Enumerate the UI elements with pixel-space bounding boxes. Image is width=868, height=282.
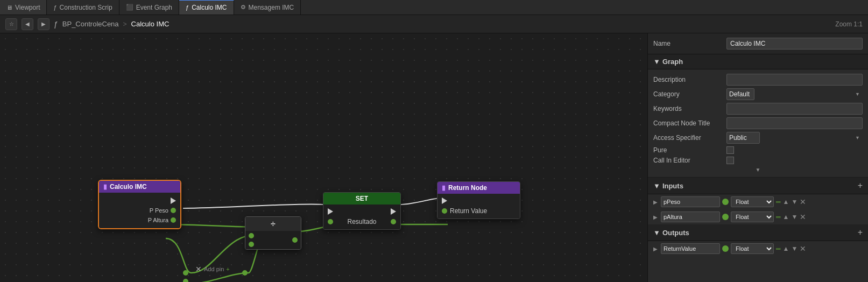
- tab-mensagem-imc[interactable]: ⚙ Mensagem IMC: [234, 0, 301, 15]
- return-body: Return Value: [437, 194, 520, 218]
- name-input[interactable]: [726, 38, 863, 50]
- paltura-expand[interactable]: ▶: [653, 214, 658, 220]
- set-resultado-out[interactable]: [391, 219, 396, 224]
- set-resultado-label: Resultado: [347, 218, 376, 225]
- node-set[interactable]: SET Resultado: [323, 192, 401, 230]
- return-exec-in[interactable]: [442, 198, 447, 204]
- paltura-move-down[interactable]: ▼: [791, 213, 798, 221]
- pure-checkbox[interactable]: [726, 146, 734, 154]
- returnvalue-delete[interactable]: ✕: [800, 244, 806, 253]
- tab-event-graph[interactable]: ⬛ Event Graph: [119, 0, 179, 15]
- graph-collapse-arrow: ▼: [653, 58, 660, 66]
- divide-body: [245, 231, 301, 249]
- divide-input-a[interactable]: [249, 233, 254, 238]
- category-select[interactable]: Default Custom: [726, 88, 754, 100]
- divide-input-b[interactable]: [249, 242, 254, 247]
- category-label: Category: [653, 90, 723, 98]
- add-pin-plus-icon[interactable]: +: [226, 266, 229, 272]
- tab-construction-script[interactable]: ƒ Construction Scrip: [47, 0, 119, 15]
- breadcrumb-current: Calculo IMC: [131, 20, 170, 28]
- connector-dot-2[interactable]: [183, 279, 188, 282]
- returnvalue-name-input[interactable]: [661, 243, 720, 254]
- paltura-delete[interactable]: ✕: [800, 213, 806, 221]
- set-title: SET: [356, 195, 368, 202]
- ppeso-move-down[interactable]: ▼: [791, 198, 798, 206]
- return-value-pin[interactable]: [442, 208, 447, 214]
- node-return[interactable]: ▮ Return Node Return Value: [437, 181, 520, 219]
- add-input-button[interactable]: +: [858, 181, 863, 191]
- connector-dots-left: [183, 270, 188, 282]
- divide-output[interactable]: [292, 237, 298, 243]
- right-panel: Name ▼ Graph Description Category Defaul…: [647, 33, 868, 282]
- set-exec-in[interactable]: [328, 208, 333, 215]
- data-connection-bottom2: [191, 273, 249, 282]
- returnvalue-expand[interactable]: ▶: [653, 246, 658, 252]
- keywords-input[interactable]: [726, 103, 863, 115]
- ppeso-move-up[interactable]: ▲: [783, 198, 789, 206]
- connections-svg: [0, 33, 647, 282]
- returnvalue-type-select[interactable]: Float: [731, 243, 774, 254]
- returnvalue-move-down[interactable]: ▼: [791, 245, 798, 252]
- node-return-header: ▮ Return Node: [437, 182, 520, 194]
- expand-icon[interactable]: ▼: [756, 167, 761, 173]
- connector-dot-3[interactable]: [242, 270, 248, 276]
- node-divide[interactable]: ÷: [245, 216, 301, 250]
- forward-button[interactable]: ▶: [38, 18, 50, 30]
- add-pin-x-icon[interactable]: ✕: [195, 265, 202, 273]
- set-exec-out[interactable]: [391, 208, 396, 215]
- call-in-editor-label: Call In Editor: [653, 157, 723, 164]
- inputs-section-label: Inputs: [662, 182, 683, 190]
- add-pin-label[interactable]: Add pin: [204, 266, 224, 272]
- tab-viewport-label: Viewport: [15, 4, 40, 11]
- pin-row-p-altura: P Altura: [99, 215, 180, 225]
- access-specifier-label: Access Specifier: [653, 134, 723, 142]
- compact-node-title-row: Compact Node Title: [653, 117, 863, 129]
- tab-viewport[interactable]: 🖥 Viewport: [0, 0, 47, 15]
- viewport-icon: 🖥: [6, 4, 12, 11]
- tab-calculo-imc-label: Calculo IMC: [192, 4, 227, 11]
- add-output-button[interactable]: +: [858, 228, 863, 237]
- compact-node-title-input[interactable]: [726, 117, 863, 129]
- pin-p-altura-label: P Altura: [148, 217, 168, 223]
- outputs-section-header[interactable]: ▼ Outputs +: [648, 224, 868, 241]
- keywords-label: Keywords: [653, 105, 723, 112]
- ppeso-type-select[interactable]: Float: [731, 196, 774, 207]
- return-exec-row: [437, 196, 520, 206]
- inputs-collapse-arrow: ▼: [653, 182, 660, 190]
- exec-out-pin-row: [99, 196, 180, 206]
- pin-p-altura-dot[interactable]: [171, 217, 176, 223]
- paltura-name-input[interactable]: [661, 211, 720, 222]
- return-value-row: Return Value: [437, 206, 520, 216]
- ppeso-type-dot: [722, 199, 729, 205]
- paltura-move-up[interactable]: ▲: [783, 213, 789, 221]
- calculo-imc-body: P Peso P Altura: [99, 193, 180, 228]
- graph-section-header[interactable]: ▼ Graph: [648, 54, 868, 69]
- calculo-imc-icon: ƒ: [186, 4, 189, 11]
- set-resultado-in[interactable]: [328, 219, 333, 224]
- inputs-section-header[interactable]: ▼ Inputs +: [648, 178, 868, 194]
- mensagem-imc-icon: ⚙: [241, 4, 246, 11]
- blueprint-canvas[interactable]: ▮ Calculo IMC P Peso P Altura: [0, 33, 647, 282]
- node-calculo-imc-header: ▮ Calculo IMC: [99, 181, 180, 193]
- node-calculo-imc[interactable]: ▮ Calculo IMC P Peso P Altura: [98, 180, 181, 229]
- access-specifier-select[interactable]: Public Protected Private: [726, 132, 760, 144]
- zoom-label: Zoom 1:1: [835, 20, 863, 28]
- exec-out-pin[interactable]: [171, 198, 176, 204]
- returnvalue-move-up[interactable]: ▲: [783, 245, 789, 252]
- pin-p-peso-dot[interactable]: [171, 208, 176, 213]
- ppeso-expand[interactable]: ▶: [653, 199, 658, 205]
- description-input[interactable]: [726, 74, 863, 86]
- call-in-editor-checkbox[interactable]: [726, 157, 734, 164]
- ppeso-name-input[interactable]: [661, 196, 720, 207]
- pure-row: Pure: [653, 146, 863, 154]
- breadcrumb-parent[interactable]: BP_ControleCena: [62, 20, 119, 28]
- node-set-header: SET: [323, 193, 400, 205]
- expand-row: ▼: [653, 167, 863, 173]
- ppeso-delete[interactable]: ✕: [800, 198, 806, 206]
- favorite-button[interactable]: ☆: [5, 18, 17, 30]
- connector-dot-1[interactable]: [183, 270, 188, 276]
- back-button[interactable]: ◀: [22, 18, 33, 30]
- paltura-type-select[interactable]: Float: [731, 211, 774, 222]
- tab-calculo-imc[interactable]: ƒ Calculo IMC: [179, 0, 234, 15]
- return-value-label: Return Value: [450, 207, 487, 215]
